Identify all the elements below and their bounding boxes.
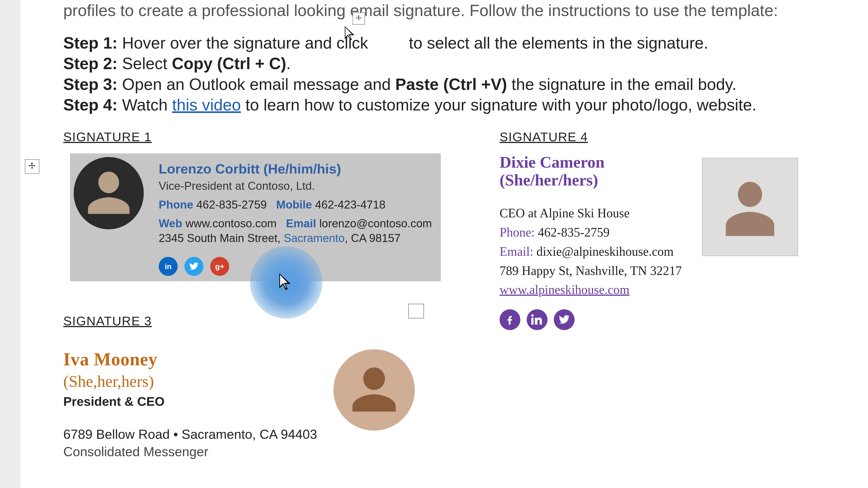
address-city-highlight: Sacramento — [281, 232, 344, 245]
pointer-cursor-icon — [277, 272, 296, 293]
signature-3-company: Consolidated Messenger — [63, 443, 317, 460]
twitter-icon[interactable] — [184, 257, 204, 276]
signature-3-name: Iva Mooney — [63, 348, 317, 371]
step-1-label: Step 1: — [63, 34, 118, 52]
step-1-post: to select all the elements in the signat… — [409, 34, 708, 52]
signature-3-photo — [333, 349, 415, 431]
address-post: , CA 98157 — [345, 232, 401, 245]
step-1: Step 1: Hover over the signature and cli… — [63, 33, 841, 54]
person-silhouette-icon — [721, 173, 779, 241]
signature-1-heading: SIGNATURE 1 — [63, 129, 441, 145]
signature-4-email: dixie@alpineskihouse.com — [536, 245, 674, 258]
phone-value: 462-835-2759 — [196, 198, 267, 211]
step-4-pre: Watch — [122, 96, 172, 114]
step-4-label: Step 4: — [63, 96, 118, 114]
step-3-pre: Open an Outlook email message and — [122, 75, 391, 93]
signature-4-photo — [702, 158, 798, 256]
right-column: SIGNATURE 4 Dixie Cameron (She/her/hers)… — [500, 129, 841, 460]
step-2-pre: Select — [122, 55, 167, 72]
step-3-post: the signature in the email body. — [507, 75, 737, 93]
address-pre: 2345 South Main Street, — [159, 232, 281, 245]
intro-paragraph: profiles to create a professional lookin… — [20, 0, 841, 21]
linkedin-icon[interactable]: in — [159, 257, 178, 276]
googleplus-icon[interactable]: g+ — [210, 257, 229, 276]
step-2: Step 2: Select Copy (Ctrl + C). — [63, 53, 841, 74]
signature-4-phone-label: Phone: — [500, 225, 535, 239]
signature-3-card[interactable]: Iva Mooney (She,her,hers) President & CE… — [63, 337, 441, 460]
intro-text: profiles to create a professional lookin… — [63, 1, 778, 20]
step-2-label: Step 2: — [63, 55, 118, 72]
email-label: Email — [286, 217, 316, 230]
document-body: profiles to create a professional lookin… — [20, 0, 841, 460]
step-3-bold: Paste (Ctrl +V) — [395, 75, 507, 93]
signature-4-name-line1: Dixie Cameron — [500, 153, 682, 171]
steps-block: Step 1: Hover over the signature and cli… — [20, 33, 841, 116]
signature-3-address: 6789 Bellow Road • Sacramento, CA 94403 — [63, 426, 317, 443]
linkedin-icon[interactable] — [527, 309, 548, 330]
step-4-video-link[interactable]: this video — [172, 96, 241, 114]
email-value: lorenzo@contoso.com — [319, 217, 432, 230]
step-2-bold: Copy (Ctrl + C) — [172, 55, 286, 72]
web-value: www.contoso.com — [186, 217, 277, 230]
signature-4-name-line2: (She/her/hers) — [500, 171, 682, 189]
step-2-post: . — [286, 55, 291, 72]
person-silhouette-icon — [84, 168, 133, 218]
signature-4-heading: SIGNATURE 4 — [500, 129, 841, 145]
twitter-icon[interactable] — [554, 309, 575, 330]
phone-label: Phone — [159, 198, 193, 211]
facebook-icon[interactable] — [500, 309, 520, 330]
signature-1-card[interactable]: Lorenzo Corbitt (He/him/his) Vice-Presid… — [70, 153, 441, 281]
person-silhouette-icon — [348, 364, 400, 416]
signature-4-email-label: Email: — [500, 245, 533, 258]
signature-4-card[interactable]: Dixie Cameron (She/her/hers) CEO at Alpi… — [500, 153, 841, 330]
signature-3-role: President & CEO — [63, 393, 317, 410]
table-move-handle-icon[interactable] — [25, 159, 39, 174]
signature-4-website-link[interactable]: www.alpineskihouse.com — [500, 283, 629, 297]
step-1-pre: Hover over the signature and click — [122, 34, 368, 52]
click-highlight-overlay — [250, 246, 322, 319]
signature-4-address: 789 Happy St, Nashville, TN 32217 — [500, 263, 682, 279]
mobile-value: 462-423-4718 — [315, 198, 385, 211]
page-gutter — [0, 0, 20, 488]
step-4: Step 4: Watch this video to learn how to… — [63, 94, 841, 116]
signature-4-social-row — [500, 309, 682, 330]
signature-1-photo — [74, 157, 144, 229]
pointer-cursor-icon — [343, 25, 359, 46]
signature-1-name: Lorenzo Corbitt (He/him/his) — [159, 160, 432, 178]
table-resize-handle-icon[interactable] — [408, 304, 424, 319]
web-label: Web — [159, 217, 182, 230]
signature-3-pronouns: (She,her,hers) — [63, 371, 317, 392]
signature-3-heading: SIGNATURE 3 — [63, 313, 441, 329]
signature-4-title: CEO at Alpine Ski House — [500, 205, 682, 221]
signature-4-phone: 462-835-2759 — [538, 225, 610, 239]
step-3-label: Step 3: — [63, 75, 118, 93]
signature-1-title: Vice-President at Contoso, Ltd. — [159, 179, 432, 193]
mobile-label: Mobile — [276, 198, 312, 211]
table-move-handle-icon[interactable] — [352, 12, 365, 25]
step-4-post: to learn how to customize your signature… — [241, 96, 756, 114]
step-3: Step 3: Open an Outlook email message an… — [63, 74, 841, 95]
